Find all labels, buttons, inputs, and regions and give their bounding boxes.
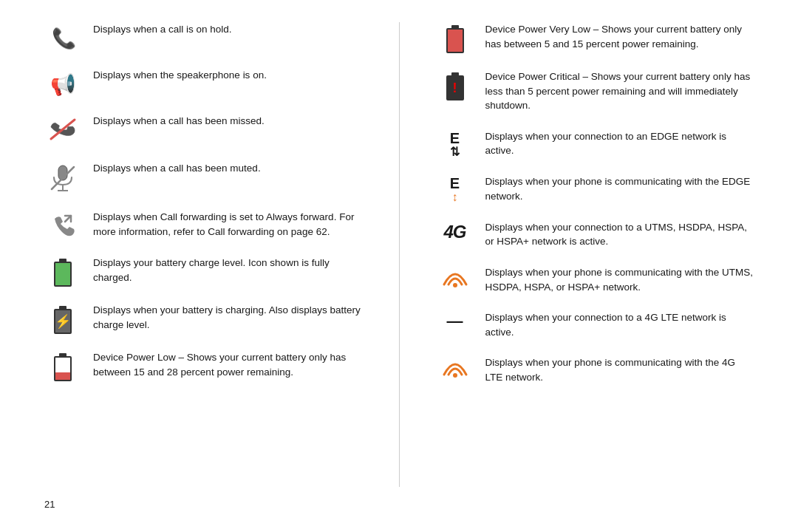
battery-low-icon	[44, 350, 81, 381]
battery-critical-icon: !	[437, 69, 474, 100]
lte-active-icon: —	[437, 310, 474, 331]
item-text: Displays when your connection to a 4G LT…	[485, 310, 754, 339]
right-column: Device Power Very Low – Shows your curre…	[437, 22, 754, 487]
missed-call-icon	[44, 114, 81, 145]
svg-point-8	[453, 283, 457, 287]
item-text: Displays when a call has been muted.	[93, 161, 362, 176]
list-item: Displays when a call has been missed.	[44, 114, 362, 145]
item-text: Device Power Very Low – Shows your curre…	[485, 22, 754, 51]
item-text: Displays your battery charge level. Icon…	[93, 256, 362, 284]
item-text: Displays when your phone is communicatin…	[485, 174, 754, 203]
item-text: Displays when your phone is communicatin…	[485, 355, 754, 384]
lte-communicating-icon	[437, 355, 474, 379]
item-text: Displays when the speakerphone is on.	[93, 68, 362, 83]
list-item: Device Power Low – Shows your current ba…	[44, 350, 362, 381]
list-item: E ⇅ Displays when your connection to an …	[437, 129, 754, 159]
page: 📞 Displays when a call is on hold. 📢 Dis…	[0, 0, 798, 532]
list-item: Displays when your phone is communicatin…	[437, 265, 754, 294]
item-text: Displays when your connection to an EDGE…	[485, 129, 754, 158]
page-number: 21	[44, 499, 754, 510]
list-item: Displays your battery charge level. Icon…	[44, 256, 362, 287]
list-item: Device Power Very Low – Shows your curre…	[437, 22, 754, 53]
speakerphone-icon: 📢	[44, 68, 81, 98]
edge-active-icon: E ⇅	[437, 129, 474, 159]
edge-communicating-icon: E ↕	[437, 174, 474, 204]
list-item: 📢 Displays when the speakerphone is on.	[44, 68, 362, 98]
battery-charging-icon: ⚡	[44, 303, 81, 334]
list-item: 4G Displays when your connection to a UT…	[437, 220, 754, 249]
list-item: Displays when your phone is communicatin…	[437, 355, 754, 384]
item-text: Displays when your phone is communicatin…	[485, 265, 754, 294]
list-item: ! Device Power Critical – Shows your cur…	[437, 69, 754, 113]
list-item: ⚡ Displays when your battery is charging…	[44, 303, 362, 334]
item-text: Device Power Critical – Shows your curre…	[485, 69, 754, 113]
list-item: — Displays when your connection to a 4G …	[437, 310, 754, 339]
muted-icon	[44, 161, 81, 194]
content-area: 📞 Displays when a call is on hold. 📢 Dis…	[44, 22, 754, 487]
item-text: Displays when your connection to a UTMS,…	[485, 220, 754, 249]
column-divider	[399, 22, 400, 487]
svg-text:📢: 📢	[50, 72, 76, 97]
svg-point-9	[453, 373, 457, 378]
left-column: 📞 Displays when a call is on hold. 📢 Dis…	[44, 22, 362, 487]
phone-hold-icon: 📞	[44, 22, 81, 52]
list-item: Displays when Call forwarding is set to …	[44, 210, 362, 239]
list-item: Displays when a call has been muted.	[44, 161, 362, 194]
svg-text:📞: 📞	[52, 27, 77, 50]
item-text: Displays when your battery is charging. …	[93, 303, 362, 332]
item-text: Displays when a call has been missed.	[93, 114, 362, 129]
list-item: E ↕ Displays when your phone is communic…	[437, 174, 754, 204]
list-item: 📞 Displays when a call is on hold.	[44, 22, 362, 52]
item-text: Displays when a call is on hold.	[93, 22, 362, 37]
signal-active-icon	[437, 265, 474, 289]
battery-very-low-icon	[437, 22, 474, 53]
4g-icon: 4G	[437, 220, 474, 242]
forward-icon	[44, 210, 81, 239]
item-text: Displays when Call forwarding is set to …	[93, 210, 362, 239]
item-text: Device Power Low – Shows your current ba…	[93, 350, 362, 379]
battery-full-icon	[44, 256, 81, 287]
